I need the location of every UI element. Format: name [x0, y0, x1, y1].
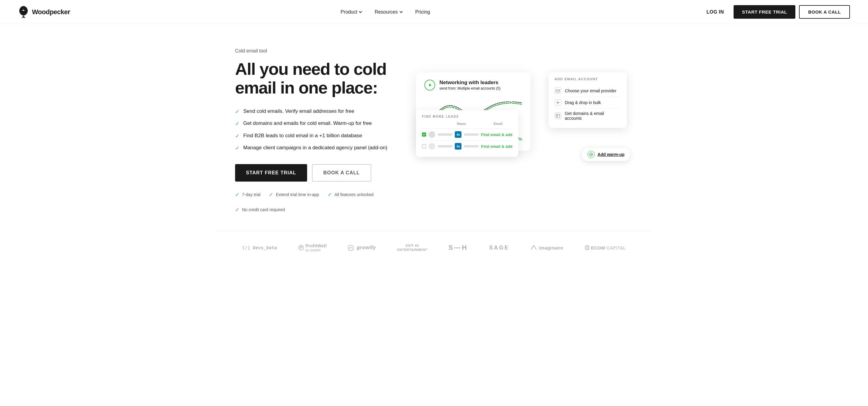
list-item: ✓ Get domains and emails for cold email.… — [235, 120, 398, 127]
check-icon: ✓ — [235, 133, 240, 140]
logo-profitwell: ProfitWell by paddle — [299, 243, 327, 252]
check-circle-icon: ✓ — [328, 191, 332, 198]
warmup-icon — [587, 151, 595, 158]
campaign-from: send from: Multiple email accounts (5) — [439, 86, 501, 90]
check-circle-icon: ✓ — [269, 191, 273, 198]
start-free-trial-button-hero[interactable]: START FREE TRIAL — [235, 164, 307, 181]
hero-section: Cold email tool All you need to cold ema… — [217, 24, 651, 231]
logo-text: Woodpecker — [32, 8, 70, 16]
list-item: ✓ Send cold emails. Verify email address… — [235, 108, 398, 116]
logo-devs-data: ⌈/⌋ Devs_Data — [242, 245, 277, 250]
check-circle-icon: ✓ — [235, 206, 240, 213]
lead-avatar — [429, 143, 435, 150]
chevron-down-icon — [358, 10, 363, 14]
trust-item-extend: ✓ Extend trial time in-app — [269, 191, 319, 198]
lead-row: Find email & add — [422, 140, 513, 152]
check-icon: ✓ — [235, 120, 240, 127]
campaign-title: Networking with leaders — [439, 80, 501, 86]
svg-point-0 — [24, 9, 25, 10]
warmup-badge: Add warm-up — [582, 148, 630, 161]
trust-item-trial: ✓ 7-day trial — [235, 191, 260, 198]
logo-sage: SAGE — [489, 244, 509, 251]
logos-bar: ⌈/⌋ Devs_Data ProfitWell by paddle growi… — [217, 231, 651, 264]
logo-ecom-capital: ECOMCAPITAL — [584, 245, 626, 250]
leads-col-email: Email — [494, 122, 513, 125]
lead-checkbox-empty[interactable] — [422, 144, 426, 148]
drag-drop-icon — [555, 99, 561, 106]
domains-icon — [555, 113, 561, 119]
linkedin-icon — [455, 143, 461, 150]
logo-link[interactable]: Woodpecker — [18, 5, 70, 19]
nav-links: Product Resources Pricing — [336, 7, 435, 17]
logo-exit44: EXIT 44ENTERTAINMENT — [397, 243, 427, 252]
hero-features-list: ✓ Send cold emails. Verify email address… — [235, 108, 398, 152]
leads-col-name: Name — [457, 122, 475, 125]
warmup-label[interactable]: Add warm-up — [598, 152, 624, 157]
nav-actions: LOG IN START FREE TRIAL BOOK A CALL — [701, 5, 850, 19]
campaign-info: Networking with leaders send from: Multi… — [439, 80, 501, 90]
check-icon: ✓ — [235, 144, 240, 152]
campaign-header: Networking with leaders send from: Multi… — [424, 80, 522, 90]
leads-card: FIND MORE LEADS Name Email — [416, 110, 518, 157]
logo-sh: S—H — [448, 244, 468, 252]
find-email-link[interactable]: Find email & add — [481, 144, 513, 149]
trust-item-features: ✓ All features unlocked — [328, 191, 374, 198]
list-item: ✓ Manage client campaigns in a dedicated… — [235, 144, 398, 152]
play-button[interactable] — [424, 80, 435, 90]
linkedin-icon — [455, 131, 461, 138]
lead-avatar — [429, 131, 435, 138]
email-option-provider: Choose your email provider — [555, 85, 621, 97]
find-email-link[interactable]: Find email & add — [481, 133, 513, 137]
svg-rect-2 — [556, 114, 560, 118]
email-option-domains: Get domains & email accounts — [555, 109, 621, 123]
logo-growify: growify — [348, 244, 376, 251]
lead-row: Find email & add — [422, 128, 513, 140]
navbar: Woodpecker Product Resources Pricing LOG… — [0, 0, 868, 24]
login-button[interactable]: LOG IN — [701, 6, 730, 18]
lead-checkbox[interactable] — [422, 133, 426, 137]
svg-point-10 — [348, 245, 353, 251]
email-account-title: ADD EMAIL ACCOUNT — [555, 77, 621, 81]
list-item: ✓ Find B2B leads to cold email in a +1 b… — [235, 132, 398, 140]
svg-marker-3 — [429, 84, 432, 87]
mockup-wrapper: ADD EMAIL ACCOUNT Choose your email prov… — [410, 72, 633, 151]
hero-eyebrow: Cold email tool — [235, 48, 398, 54]
svg-point-5 — [452, 106, 454, 109]
nav-product[interactable]: Product — [336, 7, 367, 17]
chevron-down-icon — [399, 10, 403, 14]
check-circle-icon: ✓ — [235, 191, 240, 198]
email-option-drag: Drag & drop in bulk — [555, 97, 621, 109]
nav-resources[interactable]: Resources — [370, 7, 408, 17]
hero-left: Cold email tool All you need to cold ema… — [235, 48, 398, 213]
logo-imaginaire: imaginaire — [530, 244, 563, 251]
leads-header: Name Email — [422, 122, 513, 125]
lead-email-bar — [464, 133, 478, 136]
logo-icon — [18, 5, 29, 19]
svg-rect-1 — [556, 90, 560, 92]
leads-title: FIND MORE LEADS — [422, 115, 513, 118]
lead-name-bar — [438, 145, 453, 147]
hero-mockup: ADD EMAIL ACCOUNT Choose your email prov… — [410, 48, 633, 199]
check-icon: ✓ — [235, 108, 240, 116]
nav-pricing[interactable]: Pricing — [410, 7, 435, 17]
start-free-trial-button[interactable]: START FREE TRIAL — [734, 5, 795, 19]
email-provider-icon — [555, 87, 561, 94]
email-account-card: ADD EMAIL ACCOUNT Choose your email prov… — [549, 72, 627, 128]
trust-item-no-cc: ✓ No credit card required — [235, 206, 285, 213]
book-call-button-hero[interactable]: BOOK A CALL — [312, 164, 371, 181]
lead-email-bar — [464, 145, 478, 147]
book-call-button-nav[interactable]: BOOK A CALL — [799, 5, 850, 19]
hero-heading: All you need to cold email in one place: — [235, 60, 398, 97]
hero-buttons: START FREE TRIAL BOOK A CALL — [235, 164, 398, 181]
lead-name-bar — [438, 133, 453, 136]
svg-point-7 — [509, 102, 512, 104]
svg-point-8 — [590, 153, 592, 156]
hero-trust-bar: ✓ 7-day trial ✓ Extend trial time in-app… — [235, 191, 398, 213]
